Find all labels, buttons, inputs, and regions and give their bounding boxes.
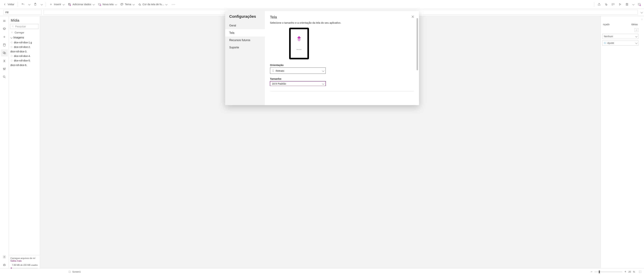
- properties-panel: nçado Ideias Nenhum Ajuste: [601, 16, 640, 268]
- chevron-down-icon: [62, 3, 64, 6]
- size-label: Tamanho: [270, 77, 414, 80]
- checkbox-icon: [68, 271, 71, 273]
- insert-label: Inserir: [54, 3, 61, 6]
- orientation-select[interactable]: Retrato: [270, 68, 326, 74]
- size-select[interactable]: 16:9 Padrão: [270, 81, 326, 86]
- rail-data[interactable]: [1, 42, 8, 48]
- media-item[interactable]: dice-roll-dice-4.: [9, 54, 40, 58]
- svg-point-9: [606, 4, 607, 5]
- svg-rect-30: [11, 60, 12, 61]
- settings-nav-general[interactable]: Geral: [225, 22, 265, 29]
- media-footer: Carregue arquivos de mí Saiba mais: [9, 255, 40, 263]
- bucket-icon: [635, 29, 638, 31]
- save-button[interactable]: [624, 1, 630, 8]
- svg-point-17: [5, 68, 6, 68]
- media-group-images[interactable]: Imagens: [9, 35, 40, 40]
- media-item-label: dice-roll-dice-2.: [14, 46, 30, 48]
- arrow-left-icon: [3, 3, 6, 6]
- media-footer-text: Carregue arquivos de mí: [10, 257, 35, 259]
- rail-insert[interactable]: [1, 34, 8, 40]
- media-item-label: dice-roll-dice-5.: [14, 59, 30, 62]
- collapse-right-panel[interactable]: [640, 16, 644, 268]
- rail-settings[interactable]: [1, 253, 8, 260]
- chevron-down-icon: [115, 3, 116, 6]
- undo-button[interactable]: [20, 1, 26, 8]
- paste-more-button[interactable]: [39, 1, 44, 8]
- svg-point-12: [3, 44, 6, 45]
- learn-more-link[interactable]: Saiba mais: [10, 259, 22, 262]
- bg-color-button[interactable]: Cor da tela de fu...: [137, 1, 168, 8]
- prop-tab-ideas[interactable]: Ideias: [631, 23, 638, 26]
- comments-button[interactable]: [610, 1, 616, 8]
- add-data-button[interactable]: Adicionar dados: [66, 1, 96, 8]
- fill-color-button[interactable]: [634, 28, 638, 32]
- back-button[interactable]: Voltar: [2, 1, 16, 8]
- prop-tab-advanced[interactable]: nçado: [603, 23, 610, 26]
- ellipsis-icon: ···: [171, 3, 176, 6]
- zoom-in-button[interactable]: +: [624, 270, 626, 273]
- rail-ai[interactable]: [1, 261, 8, 268]
- share-icon: [598, 3, 601, 6]
- chevron-down-icon: [41, 3, 42, 6]
- screen-plus-icon: [98, 3, 101, 6]
- zoom-out-button[interactable]: −: [590, 270, 592, 273]
- screen-selector[interactable]: Screen1: [68, 270, 81, 273]
- svg-point-19: [4, 256, 5, 257]
- dice-icon: [10, 59, 13, 62]
- rail-flows[interactable]: [1, 58, 8, 64]
- rail-media[interactable]: [1, 50, 8, 56]
- zoom-slider[interactable]: [594, 272, 622, 272]
- dice-icon: [10, 41, 13, 44]
- settings-nav-screen[interactable]: Tela: [225, 29, 265, 37]
- media-item[interactable]: dice-roll-dice-1.g: [9, 40, 40, 45]
- prop-dropdown-1[interactable]: Nenhum: [602, 34, 638, 39]
- theme-button[interactable]: Tema: [119, 1, 136, 8]
- share-button[interactable]: [596, 1, 602, 8]
- svg-point-32: [604, 43, 605, 43]
- media-usage-bar: [11, 268, 38, 268]
- separator: [18, 2, 18, 7]
- upload-button[interactable]: Carregar: [9, 30, 40, 35]
- media-item[interactable]: dice-roll-dice-5.: [9, 58, 40, 63]
- property-selector[interactable]: Fill: [4, 10, 42, 15]
- close-button[interactable]: [410, 14, 416, 20]
- formula-expand-button[interactable]: [639, 9, 644, 16]
- insert-button[interactable]: Inserir: [48, 1, 66, 8]
- settings-title: Configurações: [225, 14, 265, 22]
- modal-scrollbar[interactable]: [416, 18, 418, 70]
- play-button[interactable]: [617, 1, 623, 8]
- media-item[interactable]: dice-roll-dice-3.: [9, 49, 40, 54]
- settings-nav-support[interactable]: Suporte: [225, 44, 265, 51]
- media-search-input[interactable]: Pesquisar: [10, 24, 38, 29]
- chevron-down-icon: [641, 11, 642, 14]
- save-more-button[interactable]: [631, 1, 635, 8]
- media-item[interactable]: dice-roll-dice-6.: [9, 63, 40, 67]
- svg-point-23: [12, 26, 13, 27]
- rail-tree[interactable]: [1, 26, 8, 32]
- flow-icon: [2, 59, 6, 63]
- settings-nav: Configurações Geral Tela Recursos futuro…: [225, 11, 265, 105]
- paste-button[interactable]: [32, 1, 38, 8]
- svg-point-26: [11, 46, 12, 48]
- back-label: Voltar: [8, 3, 14, 6]
- rail-search[interactable]: [1, 74, 8, 80]
- chevron-down-icon: [322, 69, 324, 72]
- media-item-label: dice-roll-dice-4.: [14, 55, 30, 58]
- svg-point-18: [3, 76, 5, 78]
- undo-more-button[interactable]: [27, 1, 31, 8]
- media-item[interactable]: dice-roll-dice-2.: [9, 45, 40, 49]
- fullscreen-icon[interactable]: [639, 270, 642, 273]
- publish-button[interactable]: [636, 1, 642, 8]
- new-screen-button[interactable]: Nova tela: [97, 1, 118, 8]
- settings-nav-future[interactable]: Recursos futuros: [225, 37, 265, 44]
- chat-icon: [612, 3, 614, 6]
- rail-tools[interactable]: [1, 66, 8, 72]
- search-placeholder: Pesquisar: [15, 25, 26, 28]
- powerapps-logo-icon: [296, 36, 302, 43]
- checker-button[interactable]: [603, 1, 609, 8]
- rail-hamburger[interactable]: [1, 18, 8, 24]
- media-item-label: dice-roll-dice-1.g: [14, 41, 32, 44]
- prop-dropdown-2[interactable]: Ajuste: [602, 40, 638, 46]
- svg-rect-33: [69, 271, 70, 272]
- more-button[interactable]: ···: [169, 1, 178, 8]
